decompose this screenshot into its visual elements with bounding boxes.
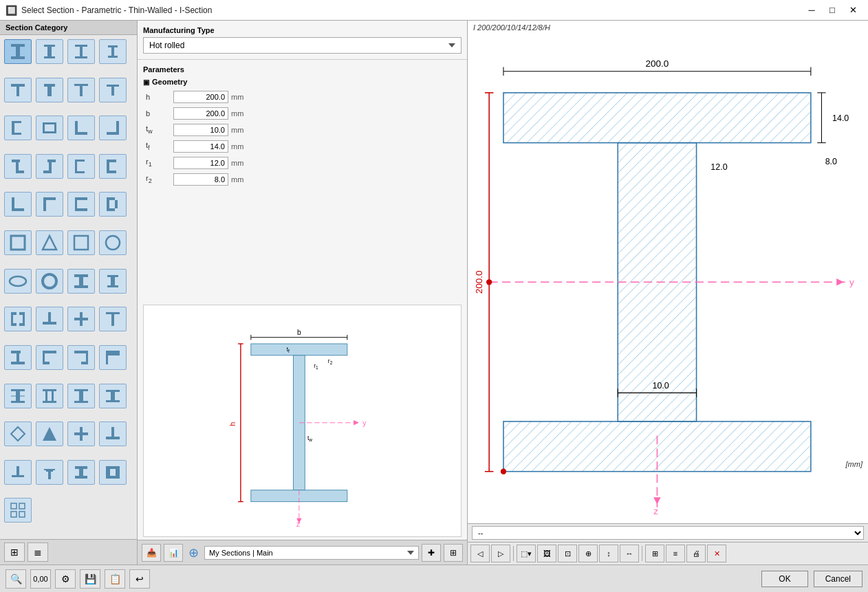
list-view-btn[interactable]: ≡ [666, 545, 685, 562]
save-btn[interactable]: 💾 [80, 569, 100, 589]
svg-rect-90 [106, 353, 120, 355]
section-btn-cbox[interactable] [36, 345, 63, 370]
svg-rect-110 [111, 427, 114, 437]
section-btn-t4[interactable] [99, 78, 127, 102]
left-view-btn[interactable]: ⊞ [4, 542, 25, 562]
section-info-btn[interactable]: 📊 [164, 544, 183, 562]
section-btn-ch2[interactable] [36, 116, 63, 140]
section-btn-ts[interactable] [36, 460, 63, 485]
section-btn-l1[interactable] [67, 116, 95, 140]
section-btn-tb2[interactable] [4, 460, 32, 485]
zoom-window-btn[interactable]: ⊡ [558, 545, 577, 562]
collapse-geometry-icon[interactable]: ▣ [143, 78, 149, 86]
section-btn-c1[interactable] [67, 154, 95, 179]
param-name-r2: r2 [143, 171, 171, 188]
svg-point-60 [10, 276, 26, 286]
import-section-btn[interactable]: 📥 [142, 544, 161, 562]
param-input-r2[interactable] [173, 173, 228, 186]
pan-left-btn[interactable]: ◁ [470, 545, 490, 562]
materials-btn[interactable]: ⚙ [55, 569, 76, 589]
image-export-btn[interactable]: 🖼 [537, 545, 556, 562]
section-btn-lbox[interactable] [67, 345, 95, 370]
search-btn[interactable]: 🔍 [6, 569, 26, 589]
svg-rect-10 [111, 47, 114, 56]
height-measure-btn[interactable]: ↕ [599, 545, 618, 562]
manufacturing-type-select[interactable]: Hot rolled Cold formed Welded [143, 37, 462, 54]
coordinates-btn[interactable]: 0,00 [30, 569, 51, 589]
section-btn-box[interactable] [4, 230, 32, 255]
close-button[interactable]: ✕ [843, 3, 862, 18]
section-btn-dia[interactable] [4, 421, 32, 446]
add-section-btn[interactable]: ✚ [422, 544, 441, 562]
section-btn-l2[interactable] [99, 116, 127, 140]
param-input-tf[interactable] [173, 140, 228, 153]
section-btn-asec[interactable] [36, 421, 63, 446]
cross-section-area: I 200/200/10/14/12/8/H [468, 21, 868, 523]
section-btn-dt1[interactable] [4, 384, 32, 408]
sections-main-dropdown[interactable]: My Sections | Main [204, 546, 419, 560]
section-btn-i[interactable] [4, 39, 32, 64]
param-input-b[interactable] [173, 107, 228, 120]
section-btn-i3[interactable] [67, 39, 95, 64]
minimize-button[interactable]: ─ [802, 3, 821, 18]
section-btn-tri[interactable] [36, 230, 63, 255]
copy-btn[interactable]: 📋 [105, 569, 125, 589]
table-view-btn[interactable]: ⊞ [645, 545, 664, 562]
section-btn-i4[interactable] [99, 39, 127, 64]
param-input-r1[interactable] [173, 157, 228, 169]
svg-rect-21 [12, 123, 14, 133]
section-btn-tn2[interactable] [99, 307, 127, 331]
section-btn-la2[interactable] [36, 192, 63, 217]
maximize-button[interactable]: □ [823, 3, 842, 18]
section-btn-dt2[interactable] [36, 384, 63, 408]
width-measure-btn[interactable]: ↔ [620, 545, 639, 562]
section-btn-ch1[interactable] [4, 116, 32, 140]
section-btn-sq[interactable] [67, 230, 95, 255]
param-input-h[interactable] [173, 91, 228, 103]
section-btn-la1[interactable] [4, 192, 32, 217]
section-btn-iw2[interactable] [99, 460, 127, 485]
section-btn-ta[interactable] [99, 345, 127, 370]
section-btn-circ[interactable] [99, 230, 127, 255]
left-info-btn[interactable]: ≣ [28, 542, 48, 562]
select-mode-btn[interactable]: ⬚▾ [517, 545, 536, 562]
section-btn-i2[interactable] [36, 39, 63, 64]
section-btn-o[interactable] [36, 269, 63, 294]
section-btn-c2[interactable] [99, 154, 127, 179]
pan-right-btn[interactable]: ▷ [491, 545, 510, 562]
cancel-button[interactable]: Cancel [814, 571, 862, 587]
svg-rect-87 [86, 353, 88, 362]
param-value-cell-r2: mm [171, 171, 462, 188]
svg-rect-168 [503, 93, 811, 143]
section-btn-di[interactable] [4, 307, 32, 331]
ok-button[interactable]: OK [761, 571, 807, 587]
undo-btn[interactable]: ↩ [129, 569, 150, 589]
print-btn[interactable]: 🖨 [686, 545, 706, 562]
section-btn-ir2[interactable] [67, 460, 95, 485]
section-btn-ir[interactable] [99, 269, 127, 294]
section-btn-dt4[interactable] [99, 384, 127, 408]
section-btn-ia[interactable] [4, 345, 32, 370]
section-btn-t3[interactable] [67, 78, 95, 102]
section-btn-oval[interactable] [4, 269, 32, 294]
section-btn-td[interactable] [36, 307, 63, 331]
section-btn-dt3[interactable] [67, 384, 95, 408]
section-btn-t2[interactable] [36, 78, 63, 102]
section-btn-z2[interactable] [36, 154, 63, 179]
toolbar-sep-1 [513, 546, 514, 561]
section-btn-cb[interactable] [67, 192, 95, 217]
section-btn-tb[interactable] [99, 421, 127, 446]
manage-section-btn[interactable]: ⊞ [444, 544, 463, 562]
section-btn-grid[interactable] [4, 498, 32, 523]
section-btn-z1[interactable] [4, 154, 32, 179]
close-view-btn[interactable]: ✕ [707, 545, 726, 562]
section-btn-is[interactable] [67, 269, 95, 294]
section-btn-cross[interactable] [67, 421, 95, 446]
section-btn-t1[interactable] [4, 78, 32, 102]
zoom-pan-btn[interactable]: ⊕ [578, 545, 598, 562]
section-btn-plus[interactable] [67, 307, 95, 331]
right-bottom-select[interactable]: -- [472, 526, 864, 540]
param-input-tw[interactable] [173, 124, 228, 136]
right-toolbar: ◁ ▷ ⬚▾ 🖼 ⊡ ⊕ ↕ ↔ ⊞ ≡ 🖨 ✕ [468, 542, 868, 564]
section-btn-b[interactable] [99, 192, 127, 217]
